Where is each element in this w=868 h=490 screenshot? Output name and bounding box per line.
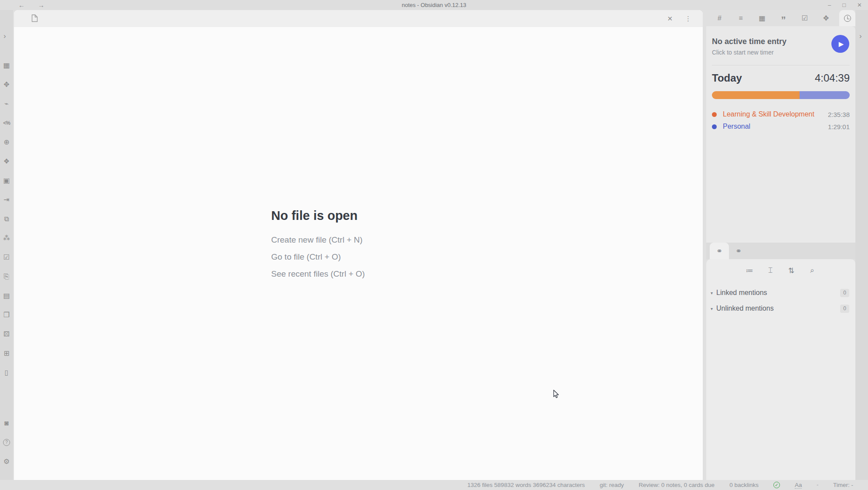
right-edge-strip: › [855, 10, 868, 480]
right-sidebar-tabstrip: # ≡ ▦ ” ☑ ✥ [706, 10, 855, 26]
zip-icon[interactable]: ⌁ [0, 94, 13, 113]
backlinks-panel: ≔ ⌶ ⇅ ⌕ ▾ Linked mentions 0 ▾ Unlinked m… [706, 259, 855, 480]
entry-label: Learning & Skill Development [723, 110, 828, 118]
titlebar: ← → notes - Obsidian v0.12.13 – □ ✕ [0, 0, 868, 10]
empty-state: No file is open Create new file (Ctrl + … [14, 209, 703, 286]
expand-right-sidebar-icon[interactable]: › [859, 32, 862, 41]
small-square-icon: ▫ [817, 483, 818, 487]
table-gear-icon[interactable]: ⊞ [0, 344, 13, 363]
table-icon[interactable]: ▦ [0, 56, 13, 75]
today-total-time: 4:04:39 [815, 72, 850, 84]
git-status[interactable]: git: ready [600, 482, 624, 488]
timer-entry-row[interactable]: Learning & Skill Development 2:35:38 [712, 108, 850, 120]
tab-calendar-icon[interactable]: ☑ [797, 10, 813, 26]
today-label: Today [712, 72, 742, 84]
backlinks-tabstrip: ⚭ ⚭ [706, 243, 855, 259]
templater-icon[interactable]: <% [0, 113, 13, 133]
sync-check-icon: ✓ [773, 482, 780, 488]
see-recent-files-link[interactable]: See recent files (Ctrl + O) [271, 269, 446, 279]
timer-panel: No active time entry Click to start new … [706, 26, 855, 243]
spellcheck-toggle[interactable]: Aa [795, 482, 802, 489]
daily-note-icon[interactable]: ▯ [0, 363, 13, 382]
search-icon[interactable]: ⌕ [807, 266, 817, 275]
review-status[interactable]: Review: 0 notes, 0 cards due [639, 482, 715, 488]
tab-graph-icon[interactable]: ✥ [818, 10, 834, 26]
close-window-button[interactable]: ✕ [857, 2, 862, 8]
window-title: notes - Obsidian v0.12.13 [0, 2, 868, 8]
entry-label: Personal [723, 123, 828, 130]
tab-table-icon[interactable]: ▦ [754, 10, 770, 26]
unlinked-mentions-count: 0 [840, 305, 849, 313]
globe-icon[interactable]: ⊕ [0, 133, 13, 152]
tab-backlinks-icon[interactable]: ⚭ [710, 243, 729, 259]
timer-status-item[interactable]: Timer: - [833, 482, 853, 488]
graph-arrows-icon[interactable]: ✥ [0, 75, 13, 94]
start-timer-hint: Click to start new timer [712, 49, 850, 56]
more-options-icon[interactable]: ⋮ [685, 15, 691, 23]
blocks-icon[interactable]: ❒ [0, 305, 13, 325]
minimize-button[interactable]: – [828, 2, 831, 8]
linked-mentions-label: Linked mentions [716, 289, 840, 297]
tab-outgoing-links-icon[interactable]: ⚭ [729, 243, 748, 259]
maximize-button[interactable]: □ [842, 2, 846, 8]
collapse-triangle-icon: ▾ [711, 291, 713, 295]
tab-outline-icon[interactable]: ≡ [733, 10, 749, 26]
dice-icon[interactable]: ⚄ [0, 325, 13, 344]
left-ribbon: › ▦ ✥ ⌁ <% ⊕ ❖ ▣ ⇥ ⧉ ⁂ ☑ ⎘ ▤ ❒ ⚄ ⊞ ▯ ◙ ?… [0, 10, 13, 480]
linked-mentions-section[interactable]: ▾ Linked mentions 0 [706, 285, 855, 301]
unlinked-mentions-section[interactable]: ▾ Unlinked mentions 0 [706, 301, 855, 316]
calendar-check-icon[interactable]: ☑ [0, 248, 13, 267]
editor-pane: ✕ ⋮ No file is open Create new file (Ctr… [14, 10, 703, 480]
tab-timer-icon[interactable] [839, 10, 855, 26]
unlinked-mentions-label: Unlinked mentions [716, 305, 840, 312]
entry-time: 1:29:01 [828, 123, 850, 130]
play-icon: ▶ [839, 40, 844, 48]
clock-icon [844, 15, 851, 22]
go-to-file-link[interactable]: Go to file (Ctrl + O) [271, 252, 446, 262]
progress-segment-learning [712, 91, 800, 99]
copy-files-icon[interactable]: ⎘ [0, 267, 13, 286]
start-timer-button[interactable]: ▶ [831, 35, 849, 53]
vscode-icon[interactable]: ❖ [0, 152, 13, 171]
entry-time: 2:35:38 [828, 111, 850, 118]
folder-send-icon[interactable]: ▤ [0, 286, 13, 305]
collapse-results-icon[interactable]: ⌶ [766, 266, 775, 275]
progress-segment-personal [800, 91, 850, 99]
editor-pane-header: ✕ ⋮ [14, 10, 703, 27]
empty-state-title: No file is open [271, 209, 446, 223]
network-icon[interactable]: ⁂ [0, 229, 13, 248]
help-icon[interactable]: ? [0, 433, 13, 452]
linked-mentions-count: 0 [840, 289, 849, 297]
category-dot [712, 124, 717, 129]
divider [712, 65, 850, 65]
close-pane-icon[interactable]: ✕ [667, 15, 673, 23]
photos-icon[interactable]: ▣ [0, 171, 13, 190]
category-dot [712, 112, 717, 117]
tab-quote-icon[interactable]: ” [776, 10, 792, 26]
collapse-triangle-icon: ▾ [711, 306, 713, 311]
sign-in-icon[interactable]: ⇥ [0, 190, 13, 209]
document-icon [31, 14, 38, 24]
tab-tags-icon[interactable]: # [711, 10, 728, 26]
file-stats: 1326 files 589832 words 3696234 characte… [467, 482, 585, 488]
today-progress-bar [712, 91, 850, 99]
no-active-entry-label: No active time entry [712, 37, 850, 46]
backlinks-count[interactable]: 0 backlinks [729, 482, 759, 488]
sort-icon[interactable]: ⇅ [786, 266, 796, 275]
create-new-file-link[interactable]: Create new file (Ctrl + N) [271, 235, 446, 245]
statusbar: 1326 files 589832 words 3696234 characte… [0, 480, 868, 490]
timer-entry-row[interactable]: Personal 1:29:01 [712, 120, 850, 133]
slides-icon[interactable]: ⧉ [0, 209, 13, 229]
list-icon[interactable]: ≔ [745, 266, 754, 275]
vault-icon[interactable]: ◙ [0, 414, 13, 433]
timer-status[interactable]: No active time entry Click to start new … [712, 37, 850, 56]
settings-icon[interactable]: ⚙ [0, 452, 13, 471]
expand-sidebar-icon[interactable]: › [3, 32, 6, 41]
